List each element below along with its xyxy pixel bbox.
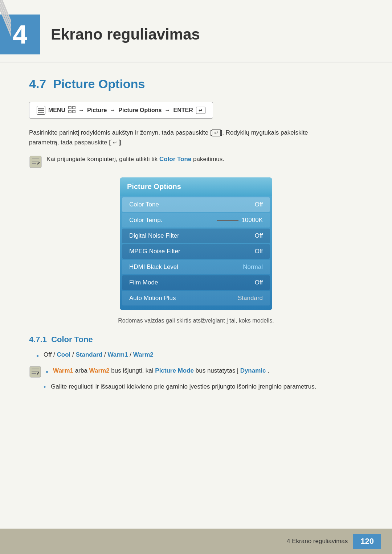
note-icon-2: [29, 366, 41, 378]
menu-path-bar: MENU → Picture → Picture Options → ENTER…: [29, 102, 213, 119]
page-footer: 4 Ekrano reguliavimas 120: [0, 529, 392, 554]
warm-note-list: Warm1 arba Warm2 bus išjungti, kai Pictu…: [46, 366, 269, 376]
picture-mode-label: Picture Mode: [155, 367, 194, 374]
description-paragraph: Pasirinkite parinktį rodyklėmis aukštyn …: [29, 128, 363, 147]
option-cool: Cool: [57, 351, 71, 358]
chapter-title: Ekrano reguliavimas: [51, 26, 200, 43]
section-number: 4.7: [29, 77, 46, 91]
option-off: Off: [44, 351, 52, 358]
menu-item-color-temp: Color Temp. 10000K: [122, 213, 270, 227]
dynamic-label: Dynamic: [240, 367, 266, 374]
menu-item2: Picture Options: [118, 107, 162, 114]
svg-rect-8: [73, 106, 75, 109]
menu-item-film-mode: Film Mode Off: [122, 275, 270, 290]
chapter-header: 4 Ekrano reguliavimas: [0, 0, 392, 62]
warm-note-item: Warm1 arba Warm2 bus išjungti, kai Pictu…: [46, 366, 269, 376]
section-heading: 4.7 Picture Options: [29, 77, 363, 91]
menu-item-mpeg-noise: MPEG Noise Filter Off: [122, 244, 270, 259]
footer-chapter-text: 4 Ekrano reguliavimas: [287, 538, 348, 545]
sub-bullet-list: Galite reguliuoti ir išsaugoti kiekvieno…: [29, 382, 363, 392]
arrow1: →: [78, 107, 84, 114]
page-decoration: [0, 0, 11, 44]
sub-bullet-item: Galite reguliuoti ir išsaugoti kiekvieno…: [44, 382, 363, 392]
option-standard: Standard: [76, 351, 103, 358]
arrow2: →: [110, 107, 115, 114]
note-box-1: Kai prijungiate kompiuterį, galite atlik…: [29, 155, 363, 168]
svg-rect-5: [38, 110, 44, 111]
svg-rect-4: [38, 108, 44, 109]
color-options-list: Off / Cool / Standard / Warm1 / Warm2: [29, 350, 363, 360]
menu-item1: Picture: [87, 107, 107, 114]
menu-grid-icon: [68, 106, 75, 115]
menu-enter-label: ENTER: [173, 107, 193, 114]
note-icon-1: [29, 155, 42, 168]
option-warm1: Warm1: [107, 351, 128, 358]
option-warm2: Warm2: [133, 351, 154, 358]
color-tone-highlight: Color Tone: [159, 156, 191, 163]
enter-icon: ↵: [196, 107, 205, 114]
svg-rect-15: [30, 366, 41, 377]
arrow3: →: [164, 107, 170, 114]
svg-rect-6: [38, 112, 44, 113]
warm2-label: Warm2: [89, 367, 110, 374]
svg-rect-11: [30, 156, 41, 168]
menu-screenshot: Picture Options Color Tone Off Color Tem…: [120, 177, 272, 310]
section-title: Picture Options: [53, 77, 145, 91]
menu-item-auto-motion: Auto Motion Plus Standard: [122, 291, 270, 305]
note-row-2: Warm1 arba Warm2 bus išjungti, kai Pictu…: [29, 366, 363, 378]
subsection-heading: 4.7.1 Color Tone: [29, 335, 363, 344]
warm1-label: Warm1: [53, 367, 73, 374]
menu-item-color-tone: Color Tone Off: [122, 197, 270, 212]
rodomas-text: Rodomas vaizdas gali skirtis atsižvelgia…: [29, 317, 363, 324]
note-text-1: Kai prijungiate kompiuterį, galite atlik…: [46, 155, 224, 164]
color-options-item: Off / Cool / Standard / Warm1 / Warm2: [36, 350, 363, 360]
svg-rect-7: [69, 106, 71, 109]
menu-icon: [37, 106, 45, 115]
menu-item-digital-noise: Digital Noise Filter Off: [122, 229, 270, 243]
main-content: 4.7 Picture Options MENU → Picture → Pic…: [0, 62, 392, 407]
menu-label: MENU: [48, 107, 65, 114]
menu-item-hdmi-black: HDMI Black Level Normal: [122, 260, 270, 274]
svg-rect-10: [73, 110, 75, 113]
page-number: 120: [353, 534, 381, 549]
menu-screenshot-title: Picture Options: [120, 177, 272, 196]
svg-rect-9: [69, 110, 71, 113]
